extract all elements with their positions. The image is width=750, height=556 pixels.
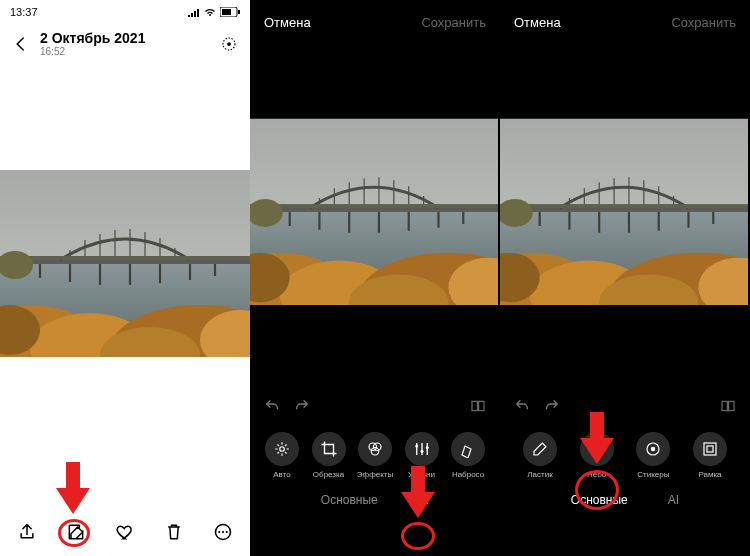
editor-header: Отмена Сохранить: [250, 0, 500, 44]
compare-icon[interactable]: [720, 398, 736, 414]
tool-auto[interactable]: Авто: [260, 432, 304, 479]
tool-label: Стикеры: [637, 470, 669, 479]
category-tabs: Основные AI: [500, 493, 750, 507]
tool-sky[interactable]: Небо: [575, 432, 619, 479]
status-bar: 13:37: [0, 0, 250, 20]
svg-point-28: [420, 450, 423, 453]
svg-rect-30: [722, 401, 727, 410]
svg-rect-31: [729, 401, 734, 410]
photo-header: 2 Октябрь 2021 16:52: [0, 20, 250, 67]
svg-rect-21: [472, 401, 477, 410]
photo-time-subtitle: 16:52: [40, 46, 210, 57]
save-button[interactable]: Сохранить: [671, 15, 736, 30]
undo-icon[interactable]: [264, 398, 280, 414]
title-wrap: 2 Октябрь 2021 16:52: [40, 30, 210, 57]
compare-icon[interactable]: [470, 398, 486, 414]
back-icon[interactable]: [12, 35, 30, 53]
category-ai[interactable]: AI: [418, 493, 429, 507]
cancel-button[interactable]: Отмена: [514, 15, 561, 30]
editor-header: Отмена Сохранить: [500, 0, 750, 44]
tool-eraser[interactable]: Ластик: [518, 432, 562, 479]
levels-icon: [413, 440, 431, 458]
signal-icon: [188, 7, 200, 17]
tool-stickers[interactable]: Стикеры: [631, 432, 675, 479]
svg-point-29: [425, 446, 428, 449]
svg-rect-34: [704, 443, 716, 455]
undo-redo-row: [250, 390, 500, 422]
editor-photo[interactable]: [500, 118, 748, 305]
editor-basic-panel: Отмена Сохранить Авто Обрезка Эффекты Ур…: [250, 0, 500, 556]
tool-label: Набросо: [452, 470, 484, 479]
battery-icon: [220, 7, 240, 17]
editor-photo[interactable]: [250, 118, 498, 305]
delete-button[interactable]: [163, 521, 185, 543]
editor-tool-row: Ластик Небо Стикеры Рамка: [500, 432, 750, 479]
wifi-icon: [204, 7, 216, 17]
tool-levels[interactable]: Уровни: [400, 432, 444, 479]
editor-tool-row: Авто Обрезка Эффекты Уровни Набросо: [250, 432, 500, 479]
svg-point-18: [218, 531, 220, 533]
undo-icon[interactable]: [514, 398, 530, 414]
category-basic[interactable]: Основные: [321, 493, 378, 507]
cancel-button[interactable]: Отмена: [264, 15, 311, 30]
save-button[interactable]: Сохранить: [421, 15, 486, 30]
auto-icon: [273, 440, 291, 458]
svg-rect-14: [238, 10, 240, 14]
crop-icon: [320, 440, 338, 458]
undo-redo-row: [500, 390, 750, 422]
photo-date-title: 2 Октябрь 2021: [40, 30, 210, 46]
category-tabs: Основные AI: [250, 493, 500, 507]
tool-effects[interactable]: Эффекты: [353, 432, 397, 479]
stickers-icon: [644, 440, 662, 458]
redo-icon[interactable]: [294, 398, 310, 414]
highlight-circle-ai: [401, 522, 435, 550]
share-button[interactable]: [16, 521, 38, 543]
svg-point-20: [226, 531, 228, 533]
status-time: 13:37: [10, 6, 38, 18]
tool-label: Небо: [587, 470, 606, 479]
tool-crop[interactable]: Обрезка: [307, 432, 351, 479]
svg-point-33: [651, 447, 656, 452]
eraser-icon: [531, 440, 549, 458]
svg-rect-22: [479, 401, 484, 410]
photo-display[interactable]: [0, 170, 250, 357]
more-button[interactable]: [212, 521, 234, 543]
trash-icon: [164, 522, 184, 542]
favorite-button[interactable]: [114, 521, 136, 543]
tool-label: Рамка: [698, 470, 721, 479]
tool-label: Авто: [273, 470, 290, 479]
edit-icon: [66, 522, 86, 542]
redo-icon[interactable]: [544, 398, 560, 414]
svg-point-19: [222, 531, 224, 533]
status-icons: [188, 7, 240, 17]
edit-button[interactable]: [65, 521, 87, 543]
heart-icon: [115, 522, 135, 542]
highlight-arrow-edit: [56, 462, 90, 514]
tool-label: Эффекты: [357, 470, 393, 479]
cloud-sync-icon[interactable]: [220, 35, 238, 53]
svg-point-26: [371, 448, 379, 456]
editor-ai-panel: Отмена Сохранить Ластик Небо Стикеры Рам…: [500, 0, 750, 556]
frame-icon: [701, 440, 719, 458]
sketch-icon: [459, 440, 477, 458]
category-basic[interactable]: Основные: [571, 493, 628, 507]
tool-frame[interactable]: Рамка: [688, 432, 732, 479]
gallery-view-panel: 13:37 2 Октябрь 2021 16:52: [0, 0, 250, 556]
svg-rect-35: [707, 446, 713, 452]
effects-icon: [366, 440, 384, 458]
svg-point-23: [280, 447, 285, 452]
tool-label: Уровни: [408, 470, 435, 479]
bottom-toolbar: [0, 508, 250, 556]
svg-point-16: [227, 42, 231, 46]
svg-rect-13: [222, 9, 231, 15]
cloud-icon: [588, 440, 606, 458]
tool-label: Обрезка: [313, 470, 344, 479]
tool-sketch[interactable]: Набросо: [446, 432, 490, 479]
more-icon: [213, 522, 233, 542]
share-icon: [17, 522, 37, 542]
tool-label: Ластик: [527, 470, 552, 479]
svg-point-25: [374, 443, 382, 451]
category-ai[interactable]: AI: [668, 493, 679, 507]
svg-point-27: [415, 445, 418, 448]
